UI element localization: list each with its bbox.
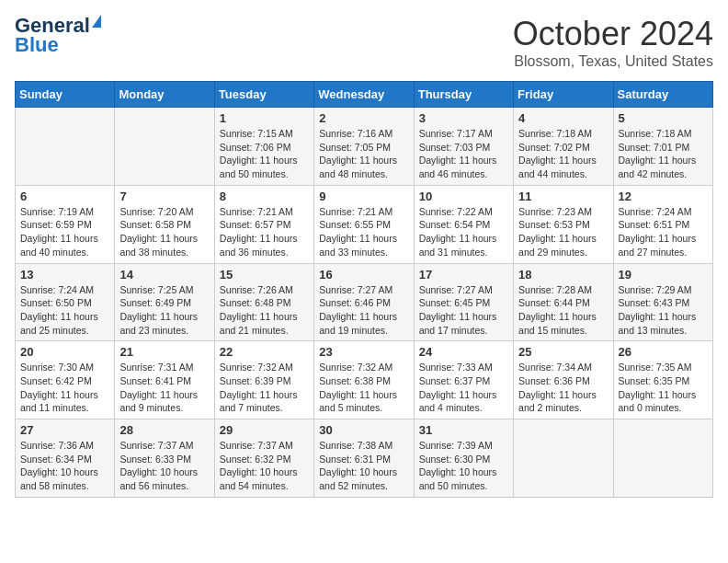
calendar-cell: 22Sunrise: 7:32 AM Sunset: 6:39 PM Dayli… bbox=[214, 341, 313, 419]
calendar-cell: 21Sunrise: 7:31 AM Sunset: 6:41 PM Dayli… bbox=[115, 341, 214, 419]
calendar-cell: 31Sunrise: 7:39 AM Sunset: 6:30 PM Dayli… bbox=[414, 419, 513, 498]
day-number: 1 bbox=[220, 111, 309, 125]
day-info: Sunrise: 7:22 AM Sunset: 6:54 PM Dayligh… bbox=[419, 205, 508, 259]
calendar-cell: 20Sunrise: 7:30 AM Sunset: 6:42 PM Dayli… bbox=[16, 341, 115, 419]
day-number: 23 bbox=[319, 345, 408, 359]
col-header-saturday: Saturday bbox=[613, 82, 712, 108]
day-number: 22 bbox=[220, 345, 309, 359]
day-number: 16 bbox=[319, 268, 408, 282]
day-info: Sunrise: 7:27 AM Sunset: 6:46 PM Dayligh… bbox=[319, 283, 408, 338]
day-number: 27 bbox=[20, 423, 109, 437]
day-info: Sunrise: 7:23 AM Sunset: 6:53 PM Dayligh… bbox=[518, 205, 608, 259]
calendar-cell: 10Sunrise: 7:22 AM Sunset: 6:54 PM Dayli… bbox=[414, 185, 513, 263]
calendar-cell: 15Sunrise: 7:26 AM Sunset: 6:48 PM Dayli… bbox=[214, 263, 313, 341]
day-number: 3 bbox=[419, 111, 508, 125]
day-info: Sunrise: 7:37 AM Sunset: 6:32 PM Dayligh… bbox=[220, 439, 309, 493]
calendar-cell: 13Sunrise: 7:24 AM Sunset: 6:50 PM Dayli… bbox=[16, 263, 115, 341]
calendar-cell: 11Sunrise: 7:23 AM Sunset: 6:53 PM Dayli… bbox=[514, 185, 613, 263]
col-header-thursday: Thursday bbox=[414, 82, 513, 108]
calendar-cell: 1Sunrise: 7:15 AM Sunset: 7:06 PM Daylig… bbox=[214, 108, 313, 186]
calendar-cell: 19Sunrise: 7:29 AM Sunset: 6:43 PM Dayli… bbox=[613, 263, 712, 341]
calendar-cell: 14Sunrise: 7:25 AM Sunset: 6:49 PM Dayli… bbox=[115, 263, 214, 341]
calendar-cell: 4Sunrise: 7:18 AM Sunset: 7:02 PM Daylig… bbox=[514, 108, 613, 186]
day-number: 7 bbox=[119, 190, 209, 203]
day-info: Sunrise: 7:36 AM Sunset: 6:34 PM Dayligh… bbox=[20, 439, 109, 493]
calendar-week-4: 20Sunrise: 7:30 AM Sunset: 6:42 PM Dayli… bbox=[16, 341, 713, 419]
day-number: 28 bbox=[119, 423, 209, 437]
day-number: 11 bbox=[518, 190, 608, 203]
day-number: 20 bbox=[20, 345, 109, 359]
day-info: Sunrise: 7:32 AM Sunset: 6:38 PM Dayligh… bbox=[319, 361, 408, 415]
calendar-week-2: 6Sunrise: 7:19 AM Sunset: 6:59 PM Daylig… bbox=[16, 185, 713, 263]
calendar-cell: 6Sunrise: 7:19 AM Sunset: 6:59 PM Daylig… bbox=[16, 185, 115, 263]
col-header-tuesday: Tuesday bbox=[214, 82, 313, 108]
day-info: Sunrise: 7:24 AM Sunset: 6:50 PM Dayligh… bbox=[20, 283, 109, 338]
day-number: 10 bbox=[419, 190, 508, 203]
calendar-week-3: 13Sunrise: 7:24 AM Sunset: 6:50 PM Dayli… bbox=[16, 263, 713, 341]
day-info: Sunrise: 7:21 AM Sunset: 6:55 PM Dayligh… bbox=[319, 205, 408, 259]
day-info: Sunrise: 7:34 AM Sunset: 6:36 PM Dayligh… bbox=[518, 361, 608, 415]
calendar-week-1: 1Sunrise: 7:15 AM Sunset: 7:06 PM Daylig… bbox=[16, 108, 713, 186]
day-number: 6 bbox=[20, 190, 109, 203]
col-header-sunday: Sunday bbox=[16, 82, 115, 108]
day-number: 25 bbox=[518, 345, 608, 359]
day-info: Sunrise: 7:39 AM Sunset: 6:30 PM Dayligh… bbox=[419, 439, 508, 493]
day-info: Sunrise: 7:26 AM Sunset: 6:48 PM Dayligh… bbox=[220, 283, 309, 338]
header: General Blue October 2024 Blossom, Texas… bbox=[15, 15, 713, 70]
page-title: October 2024 bbox=[513, 15, 713, 53]
day-info: Sunrise: 7:24 AM Sunset: 6:51 PM Dayligh… bbox=[619, 205, 708, 259]
col-header-wednesday: Wednesday bbox=[314, 82, 414, 108]
calendar-week-5: 27Sunrise: 7:36 AM Sunset: 6:34 PM Dayli… bbox=[16, 419, 713, 498]
calendar-cell: 30Sunrise: 7:38 AM Sunset: 6:31 PM Dayli… bbox=[314, 419, 414, 498]
logo: General Blue bbox=[15, 15, 101, 57]
day-info: Sunrise: 7:18 AM Sunset: 7:01 PM Dayligh… bbox=[619, 127, 708, 181]
calendar-cell bbox=[514, 419, 613, 498]
day-number: 2 bbox=[319, 111, 408, 125]
day-number: 30 bbox=[319, 423, 408, 437]
calendar-cell: 29Sunrise: 7:37 AM Sunset: 6:32 PM Dayli… bbox=[214, 419, 313, 498]
day-info: Sunrise: 7:27 AM Sunset: 6:45 PM Dayligh… bbox=[419, 283, 508, 338]
calendar-cell bbox=[613, 419, 712, 498]
day-info: Sunrise: 7:37 AM Sunset: 6:33 PM Dayligh… bbox=[119, 439, 209, 493]
day-number: 13 bbox=[20, 268, 109, 282]
calendar-cell: 8Sunrise: 7:21 AM Sunset: 6:57 PM Daylig… bbox=[214, 185, 313, 263]
day-info: Sunrise: 7:33 AM Sunset: 6:37 PM Dayligh… bbox=[419, 361, 508, 415]
calendar-table: SundayMondayTuesdayWednesdayThursdayFrid… bbox=[15, 81, 713, 498]
day-number: 9 bbox=[319, 190, 408, 203]
calendar-cell: 12Sunrise: 7:24 AM Sunset: 6:51 PM Dayli… bbox=[613, 185, 712, 263]
calendar-header-row: SundayMondayTuesdayWednesdayThursdayFrid… bbox=[16, 82, 713, 108]
calendar-cell: 24Sunrise: 7:33 AM Sunset: 6:37 PM Dayli… bbox=[414, 341, 513, 419]
day-number: 8 bbox=[220, 190, 309, 203]
calendar-cell: 23Sunrise: 7:32 AM Sunset: 6:38 PM Dayli… bbox=[314, 341, 414, 419]
col-header-friday: Friday bbox=[514, 82, 613, 108]
day-info: Sunrise: 7:19 AM Sunset: 6:59 PM Dayligh… bbox=[20, 205, 109, 259]
calendar-cell: 25Sunrise: 7:34 AM Sunset: 6:36 PM Dayli… bbox=[514, 341, 613, 419]
day-number: 4 bbox=[518, 111, 608, 125]
calendar-cell: 27Sunrise: 7:36 AM Sunset: 6:34 PM Dayli… bbox=[16, 419, 115, 498]
day-number: 5 bbox=[619, 111, 708, 125]
day-info: Sunrise: 7:28 AM Sunset: 6:44 PM Dayligh… bbox=[518, 283, 608, 338]
day-info: Sunrise: 7:25 AM Sunset: 6:49 PM Dayligh… bbox=[119, 283, 209, 338]
day-info: Sunrise: 7:15 AM Sunset: 7:06 PM Dayligh… bbox=[220, 127, 309, 181]
calendar-cell bbox=[115, 108, 214, 186]
day-number: 31 bbox=[419, 423, 508, 437]
page-subtitle: Blossom, Texas, United States bbox=[513, 53, 713, 70]
calendar-cell: 2Sunrise: 7:16 AM Sunset: 7:05 PM Daylig… bbox=[314, 108, 414, 186]
logo-blue: Blue bbox=[15, 33, 59, 57]
day-number: 14 bbox=[119, 268, 209, 282]
day-number: 17 bbox=[419, 268, 508, 282]
day-info: Sunrise: 7:35 AM Sunset: 6:35 PM Dayligh… bbox=[619, 361, 708, 415]
calendar-cell: 16Sunrise: 7:27 AM Sunset: 6:46 PM Dayli… bbox=[314, 263, 414, 341]
day-number: 19 bbox=[619, 268, 708, 282]
day-info: Sunrise: 7:20 AM Sunset: 6:58 PM Dayligh… bbox=[119, 205, 209, 259]
title-area: October 2024 Blossom, Texas, United Stat… bbox=[513, 15, 713, 70]
day-info: Sunrise: 7:32 AM Sunset: 6:39 PM Dayligh… bbox=[220, 361, 309, 415]
calendar-cell: 3Sunrise: 7:17 AM Sunset: 7:03 PM Daylig… bbox=[414, 108, 513, 186]
day-number: 26 bbox=[619, 345, 708, 359]
col-header-monday: Monday bbox=[115, 82, 214, 108]
calendar-cell: 26Sunrise: 7:35 AM Sunset: 6:35 PM Dayli… bbox=[613, 341, 712, 419]
day-info: Sunrise: 7:17 AM Sunset: 7:03 PM Dayligh… bbox=[419, 127, 508, 181]
calendar-cell: 18Sunrise: 7:28 AM Sunset: 6:44 PM Dayli… bbox=[514, 263, 613, 341]
calendar-cell: 17Sunrise: 7:27 AM Sunset: 6:45 PM Dayli… bbox=[414, 263, 513, 341]
calendar-cell: 7Sunrise: 7:20 AM Sunset: 6:58 PM Daylig… bbox=[115, 185, 214, 263]
